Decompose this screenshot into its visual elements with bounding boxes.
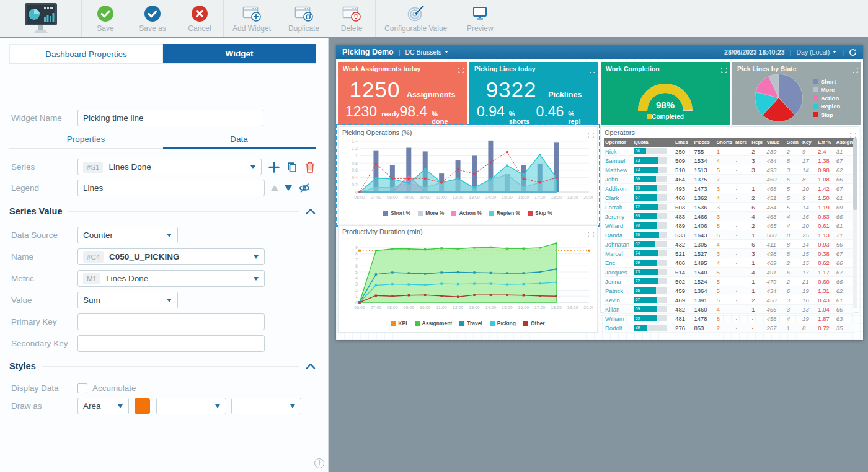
secondary-key-input[interactable] [78,335,265,352]
widget-picking-operations[interactable]: Picking Operations (%) 00.20.40.60.811.2… [338,126,598,224]
metric-select[interactable]: M1 Lines Done [78,270,265,287]
hide-series-button[interactable] [298,183,311,193]
table-row[interactable]: Kilian6948214604·14663131.0466 [604,305,854,314]
info-icon[interactable]: i [314,458,324,468]
table-row[interactable]: John6646413757··450681.0866 [604,175,854,184]
location-selector[interactable]: DC Brussels [405,48,449,56]
toolbar-button-configurable-value[interactable]: Configurable Value [376,0,456,37]
duplicate-series-button[interactable] [286,161,298,173]
legend-item[interactable]: Action % [451,210,481,216]
widget-name-input[interactable] [78,110,264,126]
table-row[interactable]: Kevin6746913915·24503160.4361 [604,295,854,305]
legend-item[interactable]: Action [813,95,841,102]
legend-item[interactable]: Other [523,320,545,326]
table-row[interactable]: Patrick6645913645·14346191.3162 [604,286,854,295]
legend-item[interactable]: More [813,86,841,93]
table-row[interactable]: Nick362507551·2239292.431 [604,147,854,156]
table-row[interactable]: Jacques7351415405·44916171.1767 [604,268,854,277]
series-select[interactable]: #S1 Lines Done [78,159,262,175]
column-header-value[interactable]: Value [766,138,786,147]
expand-icon[interactable] [458,64,464,76]
line-width-select[interactable] [231,398,301,414]
counter-name-select[interactable]: #C4 C050_U_PICKING [78,248,265,265]
legend-item[interactable]: Short [813,78,841,85]
delete-series-button[interactable] [304,161,316,173]
expand-icon[interactable] [588,229,594,240]
card-work-assignments[interactable]: Work Assignments today 1250 Assignments … [338,62,467,125]
table-row[interactable]: Marcel7452115273·34988150.3867 [604,249,854,258]
move-series-up-button[interactable] [271,185,278,191]
refresh-icon[interactable] [849,48,857,56]
toolbar-button-add-widget[interactable]: Add Widget [224,0,280,37]
column-header-key[interactable]: Key [801,138,817,147]
column-header-err-[interactable]: Err % [817,138,835,147]
table-row[interactable]: Willard7048914068·24654200.6161 [604,221,854,230]
draw-as-select[interactable]: Area [78,398,129,414]
table-scrollbar[interactable] [853,138,857,308]
table-row[interactable]: Farrah7250315363·64845141.1969 [604,203,854,212]
subtab-data[interactable]: Data [162,132,316,148]
table-row[interactable]: Matthew7351015135·34933140.9862 [604,165,854,175]
expand-icon[interactable] [588,129,594,141]
expand-icon[interactable] [590,64,595,76]
move-series-down-button[interactable] [285,185,292,191]
legend-item[interactable]: Completed [647,113,684,120]
column-header-lines[interactable]: Lines [674,138,693,147]
add-series-button[interactable] [268,161,280,173]
expand-icon[interactable] [852,64,858,76]
dashboard-canvas[interactable]: Picking Demo | DC Brussels 28/06/2023 18… [336,45,863,340]
column-header-repl[interactable]: Repl [750,138,765,147]
legend-item[interactable]: Skip % [528,210,552,216]
table-row[interactable]: Johnatan6243213054·64118140.9356 [604,240,854,249]
expand-icon[interactable] [721,64,727,76]
accumulate-checkbox[interactable] [78,383,87,393]
legend-item[interactable]: Picking [490,320,516,326]
collapse-chevron-up-icon[interactable] [306,208,316,214]
table-row[interactable]: Samuel7350915344·34848171.3867 [604,156,854,165]
subtab-properties[interactable]: Properties [9,132,162,148]
widget-operators[interactable]: Operators OperatorQuotaLinesPiecesShorts… [600,126,859,313]
series-color-swatch[interactable] [135,398,150,414]
table-row[interactable]: Jenna7250215245·14792210.6066 [604,277,854,286]
scrollbar-thumb[interactable] [853,138,857,210]
column-header-more[interactable]: More [734,138,750,147]
card-pick-lines-by-state[interactable]: Pick Lines by State ShortMoreActionReple… [732,62,861,125]
toolbar-button-delete[interactable]: Delete [328,0,375,37]
legend-input[interactable] [78,180,265,196]
table-row[interactable]: Clark6746613624·2451591.5061 [604,193,854,203]
table-row[interactable]: Eric6948614954·14692150.6266 [604,258,854,268]
legend-item[interactable]: Replen [813,103,841,110]
legend-item[interactable]: KPI [391,320,407,326]
widget-productivity-duration[interactable]: Productivity Duration (min) 012345678906… [338,225,598,333]
collapse-chevron-up-icon[interactable] [306,363,316,369]
tab-widget[interactable]: Widget [163,44,316,63]
period-selector[interactable]: Day (Local) [796,48,837,56]
legend-item[interactable]: Skip [813,111,841,118]
legend-item[interactable]: Short % [383,210,410,216]
value-aggregation-select[interactable]: Sum [78,292,178,308]
legend-item[interactable]: Assignment [415,320,453,326]
table-row[interactable]: William6948114788··4584191.8763 [604,314,854,323]
toolbar-button-save[interactable]: Save [82,0,129,37]
legend-item[interactable]: Travel [459,320,482,326]
table-row[interactable]: Addison7049314733·14685201.4267 [604,184,854,193]
primary-key-input[interactable] [78,313,265,330]
table-row[interactable]: Rodolf392768532··267180.7235 [604,323,854,333]
toolbar-button-save-as[interactable]: Save as [129,0,176,37]
card-work-completion[interactable]: Work Completion 98%01250 Completed [601,62,730,125]
legend-item[interactable]: Replen % [489,210,520,216]
column-header-scan[interactable]: Scan [786,138,801,147]
toolbar-button-preview[interactable]: Preview [456,0,503,37]
data-source-select[interactable]: Counter [78,227,178,243]
legend-item[interactable]: More % [418,210,444,216]
table-row[interactable]: Jeremy6948314663·44634160.8366 [604,212,854,221]
tab-dashboard-properties[interactable]: Dashboard Properties [9,44,163,63]
column-header-operator[interactable]: Operator [604,138,632,147]
line-style-select[interactable] [156,398,226,414]
table-row[interactable]: Randa7653316435·15008251.1371 [604,230,854,240]
column-header-quota[interactable]: Quota [632,138,674,147]
toolbar-button-duplicate[interactable]: Duplicate [280,0,328,37]
toolbar-button-cancel[interactable]: Cancel [176,0,223,37]
card-picking-lines[interactable]: Picking Lines today 9322 Picklines 0.94%… [469,62,598,125]
column-header-pieces[interactable]: Pieces [693,138,715,147]
